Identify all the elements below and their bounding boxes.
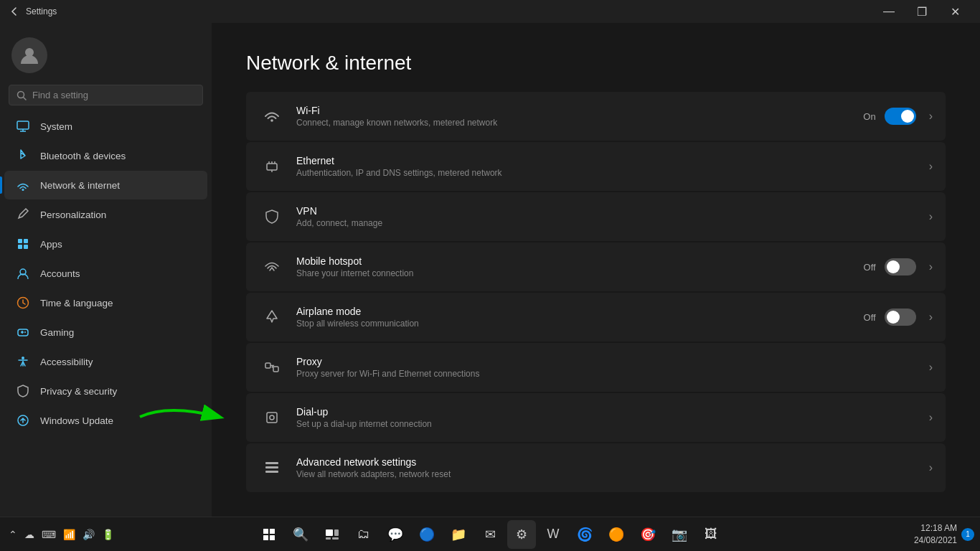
sidebar-search[interactable]	[9, 85, 203, 105]
taskbar: ⌃ ☁ ⌨ 📶 🔊 🔋 🔍 🗂 💬 🔵 📁	[0, 517, 980, 551]
sidebar-item-personalization[interactable]: Personalization	[4, 200, 207, 229]
svg-rect-39	[326, 537, 331, 540]
setting-text-ethernet: Ethernet Authentication, IP and DNS sett…	[296, 155, 925, 178]
extra3-button[interactable]: 📷	[665, 520, 694, 549]
sidebar-item-network[interactable]: Network & internet	[4, 171, 207, 199]
svg-point-16	[24, 331, 26, 333]
taskview-button[interactable]	[318, 520, 347, 549]
sidebar-item-privacy[interactable]: Privacy & security	[4, 377, 207, 405]
svg-rect-34	[270, 529, 275, 534]
svg-rect-38	[334, 529, 339, 536]
search-icon	[17, 90, 27, 100]
setting-text-proxy: Proxy Proxy server for Wi-Fi and Etherne…	[296, 356, 925, 379]
search-taskbar-button[interactable]: 🔍	[286, 520, 315, 549]
settings-list: Wi-Fi Connect, manage known networks, me…	[246, 92, 946, 492]
maximize-button[interactable]: ❐	[905, 0, 938, 23]
chevron-proxy: ›	[929, 361, 933, 374]
chevron-wifi: ›	[929, 110, 933, 123]
setting-item-dialup[interactable]: Dial-up Set up a dial-up internet connec…	[246, 393, 946, 442]
setting-right-ethernet: ›	[925, 160, 933, 173]
toggle-airplane[interactable]	[885, 309, 916, 326]
setting-text-hotspot: Mobile hotspot Share your internet conne…	[296, 255, 864, 278]
setting-item-proxy[interactable]: Proxy Proxy server for Wi-Fi and Etherne…	[246, 343, 946, 392]
extra1-button[interactable]: 🟠	[602, 520, 631, 549]
sidebar-item-accounts[interactable]: Accounts	[4, 259, 207, 288]
system-nav-icon	[16, 119, 30, 133]
clock-time: 12:18 AM	[914, 522, 957, 534]
minimize-button[interactable]: —	[872, 0, 905, 23]
edge-button[interactable]: 🔵	[413, 520, 441, 549]
page-title: Network & internet	[246, 52, 946, 75]
setting-item-hotspot[interactable]: Mobile hotspot Share your internet conne…	[246, 242, 946, 291]
widgets-button[interactable]: 🗂	[349, 520, 378, 549]
clock-date: 24/08/2021	[914, 534, 957, 547]
chrome-button[interactable]: 🌀	[570, 520, 599, 549]
file-explorer-button[interactable]: 📁	[444, 520, 473, 549]
sidebar: System Bluetooth & devices Network & int…	[0, 23, 212, 517]
svg-line-2	[24, 97, 27, 100]
sidebar-item-system[interactable]: System	[4, 112, 207, 141]
system-clock[interactable]: 12:18 AM 24/08/2021	[914, 522, 957, 547]
bluetooth-nav-icon	[16, 149, 30, 163]
taskbar-center: 🔍 🗂 💬 🔵 📁 ✉ ⚙ W 🌀 🟠 🎯 📷 🖼	[255, 520, 725, 549]
svg-rect-30	[265, 466, 278, 468]
toggle-wifi[interactable]	[885, 108, 916, 125]
system-tray-expand[interactable]: ⌃	[6, 527, 20, 542]
svg-rect-36	[270, 535, 275, 540]
setting-status-wifi: On	[863, 111, 875, 122]
network-nav-icon	[16, 178, 30, 192]
wifi-tray-icon[interactable]: 📶	[60, 527, 78, 542]
wifi-icon	[259, 103, 285, 129]
setting-item-advanced[interactable]: Advanced network settings View all netwo…	[246, 443, 946, 492]
avatar[interactable]	[11, 37, 47, 73]
sidebar-item-time[interactable]: Time & language	[4, 288, 207, 317]
accounts-nav-icon	[16, 266, 30, 281]
close-button[interactable]: ✕	[938, 0, 971, 23]
start-button[interactable]	[255, 520, 283, 549]
search-input[interactable]	[32, 90, 195, 100]
sidebar-item-label: System	[40, 121, 72, 132]
content-area: Network & internet Wi-Fi Connect, manage…	[212, 23, 980, 517]
back-icon[interactable]	[9, 6, 20, 17]
sidebar-item-label: Time & language	[40, 298, 113, 309]
battery-icon[interactable]: 🔋	[99, 527, 117, 542]
chevron-airplane: ›	[929, 311, 933, 324]
svg-rect-40	[332, 537, 339, 540]
extra2-button[interactable]: 🎯	[633, 520, 662, 549]
sidebar-item-accessibility[interactable]: Accessibility	[4, 347, 207, 376]
setting-item-vpn[interactable]: VPN Add, connect, manage ›	[246, 192, 946, 241]
setting-name-dialup: Dial-up	[296, 406, 925, 418]
update-nav-icon	[16, 413, 30, 428]
setting-item-airplane[interactable]: Airplane mode Stop all wireless communic…	[246, 293, 946, 342]
setting-name-vpn: VPN	[296, 205, 925, 217]
word-button[interactable]: W	[539, 520, 567, 549]
svg-point-17	[22, 357, 24, 359]
mail-button[interactable]: ✉	[476, 520, 504, 549]
setting-item-wifi[interactable]: Wi-Fi Connect, manage known networks, me…	[246, 92, 946, 141]
teams-button[interactable]: 💬	[381, 520, 410, 549]
svg-rect-35	[263, 535, 268, 540]
sidebar-item-gaming[interactable]: Gaming	[4, 318, 207, 347]
sidebar-item-update[interactable]: Windows Update	[4, 406, 207, 435]
title-bar-left: Settings	[9, 6, 57, 17]
notification-badge[interactable]: 1	[961, 528, 974, 541]
toggle-hotspot[interactable]	[885, 258, 916, 276]
setting-right-hotspot: Off ›	[864, 258, 933, 276]
setting-item-ethernet[interactable]: Ethernet Authentication, IP and DNS sett…	[246, 142, 946, 191]
sidebar-item-label: Personalization	[40, 209, 106, 220]
volume-icon[interactable]: 🔊	[80, 527, 98, 542]
chevron-hotspot: ›	[929, 260, 933, 273]
keyboard-icon[interactable]: ⌨	[39, 527, 59, 542]
settings-taskbar-button[interactable]: ⚙	[507, 520, 536, 549]
setting-desc-airplane: Stop all wireless communication	[296, 319, 864, 329]
svg-rect-10	[24, 245, 28, 249]
cloud-icon[interactable]: ☁	[22, 527, 37, 542]
setting-desc-dialup: Set up a dial-up internet connection	[296, 419, 925, 429]
setting-text-dialup: Dial-up Set up a dial-up internet connec…	[296, 406, 925, 429]
apps-nav-icon	[16, 237, 30, 251]
sidebar-item-apps[interactable]: Apps	[4, 230, 207, 258]
extra4-button[interactable]: 🖼	[697, 520, 725, 549]
sidebar-item-bluetooth[interactable]: Bluetooth & devices	[4, 141, 207, 170]
setting-desc-hotspot: Share your internet connection	[296, 268, 864, 278]
setting-name-ethernet: Ethernet	[296, 155, 925, 166]
